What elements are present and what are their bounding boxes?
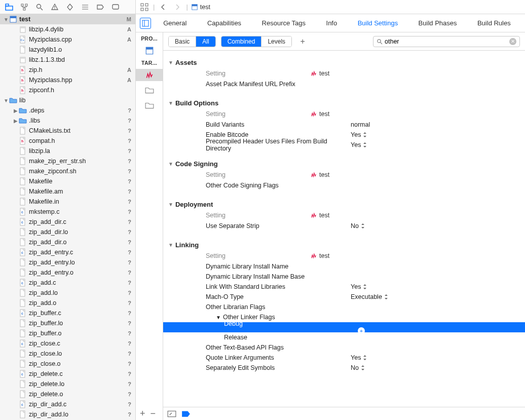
- file-item[interactable]: zip_add.o?: [0, 298, 135, 308]
- setting-row[interactable]: Mach-O TypeExecutable: [163, 292, 525, 302]
- disclosure-triangle-icon[interactable]: ▶: [13, 108, 19, 113]
- setting-value[interactable]: Executable: [351, 293, 388, 300]
- search-field[interactable]: ✕: [373, 36, 520, 47]
- file-item[interactable]: Makefile.in?: [0, 197, 135, 207]
- setting-value[interactable]: No: [351, 364, 365, 371]
- combined-levels-segment[interactable]: Combined Levels: [221, 36, 292, 47]
- report-navigator-icon[interactable]: [111, 3, 120, 11]
- file-item[interactable]: zip_buffer.lo?: [0, 318, 135, 328]
- file-tree[interactable]: ▼ test M libzip.4.dylibAC+Myzipclass.cpp…: [0, 14, 135, 420]
- stepper-icon[interactable]: [363, 284, 367, 289]
- file-item[interactable]: Makefile?: [0, 176, 135, 186]
- file-item[interactable]: zip_add_dir.o?: [0, 237, 135, 247]
- setting-value[interactable]: Yes: [351, 283, 367, 290]
- add-target-icon[interactable]: +: [140, 408, 145, 419]
- editor-tab-build-settings[interactable]: Build Settings: [351, 14, 405, 32]
- section-header[interactable]: ▼Deployment: [163, 199, 525, 210]
- add-value-icon[interactable]: +: [358, 327, 365, 334]
- file-item[interactable]: czip_dir_add.c?: [0, 399, 135, 409]
- toggle-console-icon[interactable]: [167, 409, 176, 418]
- file-item[interactable]: CMakeLists.txt?: [0, 126, 135, 136]
- disclosure-triangle-icon[interactable]: ▼: [3, 98, 9, 103]
- setting-row[interactable]: Dynamic Library Install Name: [163, 261, 525, 272]
- disclosure-triangle-icon[interactable]: ▶: [13, 118, 19, 124]
- breakpoint-navigator-icon[interactable]: [96, 3, 104, 11]
- setting-row[interactable]: Other Librarian Flags: [163, 302, 525, 312]
- editor-tab-capabilities[interactable]: Capabilities: [200, 14, 248, 32]
- breakpoint-tag-icon[interactable]: [181, 409, 191, 418]
- setting-row[interactable]: Other Text-Based API Flags: [163, 342, 525, 353]
- search-input[interactable]: [385, 38, 507, 45]
- setting-row[interactable]: Link With Standard LibrariesYes: [163, 282, 525, 292]
- setting-row[interactable]: Precompiled Header Uses Files From Build…: [163, 140, 525, 150]
- file-item[interactable]: hzip.hA: [0, 65, 135, 75]
- setting-row[interactable]: Dynamic Library Install Name Base: [163, 272, 525, 282]
- file-item[interactable]: zip_delete.lo?: [0, 379, 135, 389]
- folder-icon[interactable]: [143, 99, 156, 111]
- file-item[interactable]: ▶.libs?: [0, 116, 135, 126]
- setting-row[interactable]: Use Separate StripNo: [163, 221, 525, 231]
- disclosure-triangle-icon[interactable]: ▼: [168, 100, 173, 106]
- setting-row[interactable]: Release: [163, 332, 525, 342]
- project-item[interactable]: ▼ test M: [0, 14, 135, 24]
- seg-basic[interactable]: Basic: [169, 36, 196, 47]
- show-project-targets-icon[interactable]: [140, 18, 151, 29]
- setting-value[interactable]: Yes: [351, 141, 367, 148]
- file-item[interactable]: czip_add_dir.c?: [0, 217, 135, 227]
- file-item[interactable]: zip_close.lo?: [0, 349, 135, 359]
- file-item[interactable]: zip_dir_add.lo?: [0, 409, 135, 419]
- clear-search-icon[interactable]: ✕: [509, 38, 516, 45]
- disclosure-triangle-icon[interactable]: ▼: [216, 315, 221, 320]
- file-item[interactable]: libzip.la?: [0, 146, 135, 156]
- setting-row[interactable]: Debug+: [163, 322, 525, 332]
- file-item[interactable]: libzip.4.dylibA: [0, 24, 135, 34]
- stepper-icon[interactable]: [363, 142, 367, 147]
- setting-row[interactable]: Build Variantsnormal: [163, 120, 525, 130]
- issue-navigator-icon[interactable]: [51, 3, 59, 11]
- file-item[interactable]: czip_delete.c?: [0, 369, 135, 379]
- setting-value[interactable]: Yes: [351, 354, 367, 361]
- file-item[interactable]: zip_buffer.o?: [0, 328, 135, 338]
- debug-navigator-icon[interactable]: [81, 3, 89, 11]
- section-header[interactable]: ▼Linking: [163, 239, 525, 250]
- editor-tab-resource-tags[interactable]: Resource Tags: [255, 14, 313, 32]
- file-item[interactable]: make_zipconf.sh?: [0, 166, 135, 176]
- file-item[interactable]: hMyzipclass.hppA: [0, 75, 135, 85]
- related-items-icon[interactable]: [139, 2, 150, 13]
- app-target-icon[interactable]: [136, 69, 163, 81]
- file-item[interactable]: czip_add.c?: [0, 278, 135, 288]
- folder-icon[interactable]: [143, 84, 156, 96]
- file-item[interactable]: zip_add_entry.lo?: [0, 257, 135, 268]
- editor-tab-build-phases[interactable]: Build Phases: [411, 14, 464, 32]
- file-item[interactable]: hzipconf.h: [0, 85, 135, 95]
- setting-value[interactable]: No: [351, 222, 365, 230]
- file-item[interactable]: ▼lib: [0, 95, 135, 105]
- seg-all[interactable]: All: [196, 36, 215, 47]
- file-item[interactable]: libz.1.1.3.tbd: [0, 55, 135, 65]
- section-header[interactable]: ▼Assets: [163, 57, 525, 68]
- setting-row[interactable]: Asset Pack Manifest URL Prefix: [163, 79, 525, 89]
- file-item[interactable]: czip_close.c?: [0, 338, 135, 349]
- editor-tab-general[interactable]: General: [156, 14, 194, 32]
- file-item[interactable]: ▶.deps?: [0, 105, 135, 116]
- setting-row[interactable]: Other Code Signing Flags: [163, 180, 525, 190]
- setting-row[interactable]: Separately Edit SymbolsNo: [163, 363, 525, 373]
- nav-back-icon[interactable]: [158, 2, 169, 13]
- stepper-icon[interactable]: [384, 294, 388, 299]
- editor-tab-info[interactable]: Info: [319, 14, 345, 32]
- file-item[interactable]: zip_add_entry.o?: [0, 268, 135, 278]
- file-item[interactable]: C+Myzipclass.cppA: [0, 34, 135, 45]
- editor-tab-build-rules[interactable]: Build Rules: [470, 14, 518, 32]
- disclosure-triangle-icon[interactable]: ▼: [168, 242, 173, 248]
- file-item[interactable]: make_zip_err_str.sh?: [0, 156, 135, 166]
- section-header[interactable]: ▼Build Options: [163, 97, 525, 108]
- remove-target-icon[interactable]: −: [151, 408, 156, 419]
- project-navigator-icon[interactable]: [5, 3, 13, 11]
- test-navigator-icon[interactable]: [66, 3, 74, 11]
- stepper-icon[interactable]: [361, 223, 365, 228]
- xcodeproj-icon[interactable]: [143, 45, 156, 57]
- disclosure-triangle-icon[interactable]: ▼: [3, 17, 9, 22]
- stepper-icon[interactable]: [363, 132, 367, 137]
- seg-combined[interactable]: Combined: [221, 36, 262, 47]
- stepper-icon[interactable]: [361, 365, 365, 370]
